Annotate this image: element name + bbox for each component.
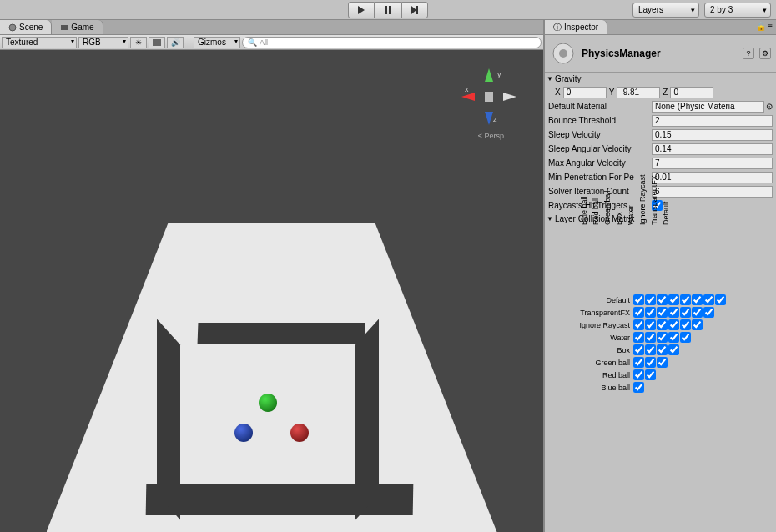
matrix-checkbox[interactable] xyxy=(633,382,644,393)
pause-button[interactable] xyxy=(375,2,401,18)
audio-toggle[interactable]: 🔊 xyxy=(167,37,184,48)
matrix-checkbox[interactable] xyxy=(692,294,703,305)
matrix-checkbox[interactable] xyxy=(645,319,656,330)
light-toggle[interactable]: ☀ xyxy=(130,37,147,48)
gravity-z-label: Z xyxy=(663,88,668,97)
matrix-checkbox[interactable] xyxy=(645,357,656,368)
svg-marker-0 xyxy=(358,6,365,14)
gravity-x-label: X xyxy=(555,88,561,97)
scene-search[interactable]: 🔍All xyxy=(242,37,542,48)
tab-label: Inspector xyxy=(564,23,598,32)
matrix-checkbox[interactable] xyxy=(633,307,644,318)
bounce-threshold-input[interactable] xyxy=(652,115,773,127)
green-ball xyxy=(259,394,277,412)
solver-iteration-input[interactable] xyxy=(652,186,773,198)
matrix-checkbox[interactable] xyxy=(668,344,679,355)
matrix-checkbox[interactable] xyxy=(633,294,644,305)
matrix-checkbox[interactable] xyxy=(680,294,691,305)
settings-gear-icon xyxy=(550,40,577,67)
matrix-checkbox[interactable] xyxy=(633,357,644,368)
matrix-row-label: Water xyxy=(545,334,633,342)
orientation-gizmo[interactable]: y x z ≤ Persp xyxy=(460,67,518,133)
gravity-label: ▼Gravity xyxy=(545,73,776,85)
lock-icon[interactable]: 🔒 xyxy=(756,22,766,31)
step-button[interactable] xyxy=(401,2,428,18)
scene-icon xyxy=(8,23,17,32)
matrix-checkbox[interactable] xyxy=(680,332,691,343)
solver-iteration-label: Solver Iteration Count xyxy=(548,187,652,196)
layers-dropdown[interactable]: Layers xyxy=(632,3,699,18)
matrix-checkbox[interactable] xyxy=(657,307,668,318)
matrix-checkbox[interactable] xyxy=(680,307,691,318)
svg-rect-4 xyxy=(416,6,418,14)
tab-inspector[interactable]: ⓘ Inspector xyxy=(545,20,607,34)
matrix-checkbox[interactable] xyxy=(657,344,668,355)
matrix-checkbox[interactable] xyxy=(668,307,679,318)
matrix-checkbox[interactable] xyxy=(645,294,656,305)
default-material-label: Default Material xyxy=(548,102,652,111)
matrix-checkbox[interactable] xyxy=(657,332,668,343)
inspector-panel: ⓘ Inspector 🔒 ≡ PhysicsManager ? ⚙ ▼Grav… xyxy=(545,20,776,532)
tab-label: Game xyxy=(71,23,93,32)
matrix-row: Red ball xyxy=(545,369,727,381)
matrix-checkbox[interactable] xyxy=(703,294,714,305)
tab-game[interactable]: Game xyxy=(52,20,103,34)
panel-menu-icon[interactable]: ≡ xyxy=(768,22,773,31)
gravity-x-input[interactable] xyxy=(563,87,607,98)
inspector-header: PhysicsManager ? ⚙ xyxy=(545,35,776,73)
matrix-row: Water xyxy=(545,331,727,344)
gravity-y-label: Y xyxy=(609,88,615,97)
tab-scene[interactable]: Scene xyxy=(0,20,52,34)
matrix-checkbox[interactable] xyxy=(633,344,644,355)
matrix-checkbox[interactable] xyxy=(645,369,656,380)
matrix-row: Green ball xyxy=(545,356,727,369)
box-wall-right xyxy=(355,319,379,519)
rendermode-dropdown[interactable]: RGB xyxy=(78,37,128,48)
matrix-checkbox[interactable] xyxy=(692,319,703,330)
component-menu-icon[interactable]: ⚙ xyxy=(759,48,771,59)
matrix-row: Blue ball xyxy=(545,381,727,394)
matrix-row-label: TransparentFX xyxy=(545,309,633,317)
svg-marker-8 xyxy=(485,68,493,82)
viewport-tabs: Scene Game xyxy=(0,20,543,35)
gravity-y-input[interactable] xyxy=(617,87,660,98)
sleep-angular-velocity-input[interactable] xyxy=(652,143,773,155)
matrix-checkbox[interactable] xyxy=(657,357,668,368)
gravity-z-input[interactable] xyxy=(670,87,713,98)
default-material-input[interactable] xyxy=(652,101,764,113)
svg-marker-9 xyxy=(485,112,493,125)
matrix-checkbox[interactable] xyxy=(633,319,644,330)
matrix-row: Default xyxy=(545,294,727,306)
shading-dropdown[interactable]: Textured xyxy=(2,37,77,48)
matrix-checkbox[interactable] xyxy=(645,344,656,355)
matrix-checkbox[interactable] xyxy=(668,294,679,305)
matrix-checkbox[interactable] xyxy=(703,307,714,318)
gizmos-dropdown[interactable]: Gizmos xyxy=(194,37,240,48)
bounce-threshold-label: Bounce Threshold xyxy=(548,116,652,125)
svg-rect-6 xyxy=(61,25,68,30)
matrix-checkbox[interactable] xyxy=(668,319,679,330)
layer-collision-matrix: DefaultTransparentFXIgnore RaycastWaterB… xyxy=(545,225,776,417)
matrix-checkbox[interactable] xyxy=(633,369,644,380)
help-icon[interactable]: ? xyxy=(743,48,754,59)
object-picker-icon[interactable]: ⊙ xyxy=(766,102,773,111)
matrix-checkbox[interactable] xyxy=(645,307,656,318)
image-toggle[interactable] xyxy=(149,37,165,48)
matrix-checkbox[interactable] xyxy=(692,307,703,318)
min-penetration-input[interactable] xyxy=(652,172,773,183)
matrix-checkbox[interactable] xyxy=(633,332,644,343)
playback-controls xyxy=(348,2,428,18)
scene-view[interactable]: y x z ≤ Persp xyxy=(0,50,543,532)
matrix-checkbox[interactable] xyxy=(668,332,679,343)
tab-label: Scene xyxy=(19,23,43,32)
layout-dropdown[interactable]: 2 by 3 xyxy=(704,3,771,18)
matrix-checkbox[interactable] xyxy=(645,332,656,343)
matrix-checkbox[interactable] xyxy=(680,319,691,330)
matrix-checkbox[interactable] xyxy=(657,294,668,305)
play-button[interactable] xyxy=(348,2,375,18)
matrix-checkbox[interactable] xyxy=(657,319,668,330)
matrix-checkbox[interactable] xyxy=(715,294,726,305)
max-angular-velocity-input[interactable] xyxy=(652,158,773,169)
svg-rect-1 xyxy=(385,6,387,14)
sleep-velocity-input[interactable] xyxy=(652,129,773,141)
